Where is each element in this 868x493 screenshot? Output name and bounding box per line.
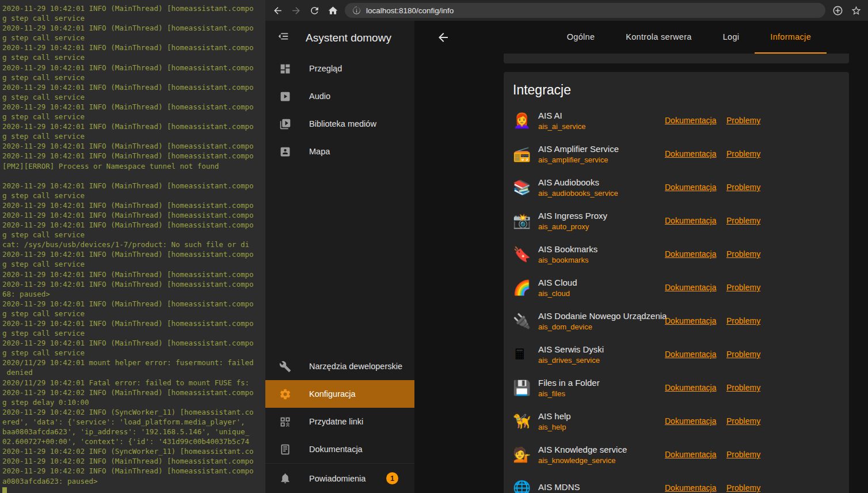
browser-forward-icon[interactable] [290,4,302,17]
terminal-log-line: [PM2][ERROR] Process or Namespace tunnel… [2,161,265,171]
issues-link[interactable]: Problemy [726,350,760,359]
documentation-link[interactable]: Dokumentacja [665,316,716,325]
page-info-icon[interactable] [352,6,361,15]
circle-plus-icon[interactable] [831,4,844,17]
terminal-log-line: 2020-11-29 10:42:01 INFO (MainThread) [h… [2,181,265,191]
terminal-log-line: 2020-11-29 10:42:01 INFO (MainThread) [h… [2,299,265,309]
integration-name: AIS Cloud [538,278,665,287]
sidebar-item-label: Dokumentacja [309,445,363,454]
gear-icon [278,387,292,401]
integration-service-id: ais_auto_proxy [538,222,665,231]
sidebar-item-konfiguracja[interactable]: Konfiguracja [265,380,414,408]
browser-home-icon[interactable] [326,4,339,17]
integration-name: AIS Knowledge service [538,445,665,454]
main-panel: Ogólne Kontrola serwera Logi Informacje … [414,21,868,493]
terminal-log-line: g step call service [2,13,265,23]
documentation-link[interactable]: Dokumentacja [665,116,716,125]
issues-link[interactable]: Problemy [726,316,760,325]
documentation-link[interactable]: Dokumentacja [665,450,716,459]
integrations-card: Integracje 👩‍🦰 AIS AI ais_ai_service [504,72,849,493]
sidebar-item-narzedzia[interactable]: Narzędzia deweloperskie [265,352,414,380]
sidebar-item-label: Biblioteka mediów [309,119,376,128]
integration-links: Dokumentacja Problemy [665,249,760,259]
issues-link[interactable]: Problemy [726,383,760,392]
terminal-log-line: 2020-11-29 10:42:01 INFO (MainThread) [h… [2,338,265,348]
integration-info: AIS Audiobooks ais_audiobooks_service [534,177,665,198]
integration-links: Dokumentacja Problemy [665,483,760,492]
sidebar-item-przydatne-linki[interactable]: Przydatne linki [265,408,414,435]
integration-name: AIS Serwis Dyski [538,344,665,354]
issues-link[interactable]: Problemy [726,149,760,158]
address-bar[interactable]: localhost:8180/config/info [345,3,825,18]
integration-links: Dokumentacja Problemy [665,416,760,426]
terminal-log-line: 2020-11-29 10:42:02 INFO (SyncWorker_11)… [2,407,265,417]
terminal-log-line: g step delay 0:10:00 [2,397,265,407]
integration-name: AIS Bookmarks [538,244,665,254]
terminal-log-line: 2020-11-29 10:42:02 INFO (MainThread) [h… [2,456,265,466]
tab-kontrola-serwera[interactable]: Kontrola serwera [610,21,707,54]
terminal-log-line: 68: paused> [2,289,265,299]
documentation-link[interactable]: Dokumentacja [665,283,716,292]
play-box-icon [278,89,292,103]
terminal-log-line: 2020/11/29 10:42:01 mount helper error: … [2,358,265,367]
terminal-log-line: 2020-11-29 10:42:01 INFO (MainThread) [h… [2,43,265,52]
sidebar-item-biblioteka[interactable]: Biblioteka mediów [265,110,414,138]
terminal-log-line: a0803afcda623: paused> [2,476,265,486]
issues-link[interactable]: Problemy [726,483,760,492]
integration-info: AIS Ingress Proxy ais_auto_proxy [534,211,665,231]
tab-ogolne[interactable]: Ogólne [551,21,611,54]
integration-row: 🦮 AIS help ais_help Dokumentacja Problem… [504,404,849,438]
integration-info: AIS Dodanie Nowego Urządzenia ais_dom_de… [534,311,665,331]
sidebar: Asystent domowy Przegląd Audio Bibliotek… [265,21,414,493]
issues-link[interactable]: Problemy [726,116,760,125]
issues-link[interactable]: Problemy [726,416,760,426]
terminal-log-line: g step call service [2,328,265,338]
menu-toggle-icon[interactable] [277,30,290,45]
integration-links: Dokumentacja Problemy [665,116,760,125]
documentation-link[interactable]: Dokumentacja [665,183,716,192]
terminal-log-line: ered', 'data': {'service': 'load_platfor… [2,417,265,427]
integration-links: Dokumentacja Problemy [665,183,760,192]
issues-link[interactable]: Problemy [726,183,760,192]
sidebar-item-powiadomienia[interactable]: Powiadomienia 1 [265,463,414,493]
sidebar-item-label: Przydatne linki [309,417,363,426]
integration-icon: 💾 [513,381,534,395]
integration-icon: 🔖 [513,247,534,261]
documentation-link[interactable]: Dokumentacja [665,350,716,359]
browser-reload-icon[interactable] [308,4,321,17]
issues-link[interactable]: Problemy [726,283,760,292]
card-title: Integracje [504,82,849,98]
integration-service-id: ais_help [538,423,665,431]
sidebar-item-dokumentacja[interactable]: Dokumentacja [265,435,414,463]
issues-link[interactable]: Problemy [726,450,760,459]
documentation-link[interactable]: Dokumentacja [665,149,716,158]
media-library-icon [278,117,292,131]
integration-icon: 📚 [513,180,534,195]
account-box-icon [278,145,292,158]
sidebar-item-mapa[interactable]: Mapa [265,138,414,165]
integration-service-id: ais_ai_service [538,122,665,131]
integration-links: Dokumentacja Problemy [665,316,760,325]
issues-link[interactable]: Problemy [726,249,760,259]
sidebar-item-audio[interactable]: Audio [265,82,414,110]
documentation-link[interactable]: Dokumentacja [665,216,716,225]
previous-card-fragment [504,54,849,63]
documentation-link[interactable]: Dokumentacja [665,383,716,392]
integration-service-id: ais_bookmarks [538,256,665,264]
integration-row: 🔖 AIS Bookmarks ais_bookmarks Dokumentac… [504,237,849,271]
tab-logi[interactable]: Logi [707,21,755,54]
bookmark-star-icon[interactable] [850,4,862,17]
integration-name: AIS Ingress Proxy [538,211,665,221]
browser-back-icon[interactable] [271,4,284,17]
sidebar-item-przeglad[interactable]: Przegląd [265,55,414,82]
terminal-window[interactable]: 2020-11-29 10:42:01 INFO (MainThread) [h… [0,0,265,493]
documentation-link[interactable]: Dokumentacja [665,249,716,259]
issues-link[interactable]: Problemy [726,216,760,225]
integration-service-id: ais_files [538,389,665,398]
integration-row: 🔌 AIS Dodanie Nowego Urządzenia ais_dom_… [504,304,849,337]
documentation-link[interactable]: Dokumentacja [665,483,716,492]
back-arrow-icon[interactable] [436,31,450,44]
integration-icon: 🌐 [513,481,534,493]
tab-informacje[interactable]: Informacje [755,21,827,54]
documentation-link[interactable]: Dokumentacja [665,416,716,426]
